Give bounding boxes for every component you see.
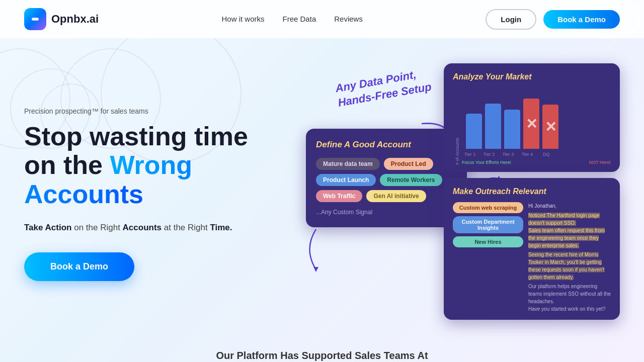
nav-links: How it works Free Data Reviews <box>222 15 363 24</box>
tag-product-launch[interactable]: Product Launch <box>316 174 376 186</box>
card-analyze-market: Analyze Your Market # of Accounts <box>444 63 620 172</box>
label-tier3: Tier 3 <box>500 152 516 157</box>
signal-dept-insights: Custom Department Insights <box>453 216 523 233</box>
label-tier2: Tier 2 <box>481 152 497 157</box>
card-outreach-title: Make Outreach Relevant <box>453 187 611 196</box>
svg-marker-5 <box>313 267 318 272</box>
hero-subtitle: Take Action on the Right Accounts at the… <box>24 221 286 234</box>
nav-reviews[interactable]: Reviews <box>334 15 363 23</box>
chart-container: # of Accounts <box>453 88 611 165</box>
bar-tier1 <box>466 114 482 149</box>
svg-point-2 <box>34 18 37 21</box>
hero-right: Any Data Point, Hands-Free Setup Define … <box>286 63 620 325</box>
bottom-text: Our Platform Has Supported Sales Teams A… <box>216 350 428 361</box>
label-tier1: Tier 1 <box>462 152 478 157</box>
email-line1: Noticed The Hartford login page doesn't … <box>528 212 611 227</box>
chart-inner: ✕ ✕ Tier 1 Tier 2 Tier 3 <box>462 88 611 165</box>
bar-tier3 <box>504 110 520 149</box>
tag-gen-ai[interactable]: Gen AI initiative <box>366 190 426 202</box>
tags-row-2: Product Launch Remote Workers <box>316 174 457 186</box>
chart-bars: ✕ ✕ <box>462 88 611 149</box>
bar-tier2 <box>485 104 501 149</box>
email-line3: Seeing the recent hire of Morris Tooker … <box>528 251 611 281</box>
outreach-signals: Custom web scraping Custom Department In… <box>453 202 523 313</box>
bottom-section: Our Platform Has Supported Sales Teams A… <box>0 340 644 362</box>
chart-captions: Focus Your Efforts Here! NOT Here! <box>462 160 611 165</box>
tag-more-label: ...Any Custom Signal <box>316 206 457 218</box>
card-define-title: Define A Good Account <box>316 140 457 150</box>
card-outreach-relevant: Make Outreach Relevant Custom web scrapi… <box>444 178 620 320</box>
signal-web-scraping: Custom web scraping <box>453 202 523 213</box>
chart-y-label: # of Accounts <box>453 88 460 165</box>
logo-icon <box>24 8 46 30</box>
signal-new-hires: New Hires <box>453 236 523 247</box>
nav-actions: Login Book a Demo <box>486 9 620 30</box>
nav-how-it-works[interactable]: How it works <box>222 15 265 23</box>
x-mark: ✕ <box>526 116 537 132</box>
annotation-text: Any Data Point, Hands-Free Setup <box>334 65 432 110</box>
login-button[interactable]: Login <box>486 9 536 30</box>
card-analyze-title: Analyze Your Market <box>453 72 611 81</box>
arrow-bottom-left <box>301 224 331 275</box>
bar-labels: Tier 1 Tier 2 Tier 3 Tier 4 DQ <box>462 152 611 157</box>
bar-tier4: ✕ <box>523 99 539 149</box>
caption-not: NOT Here! <box>589 160 611 165</box>
book-demo-hero-button[interactable]: Book a Demo <box>24 252 134 281</box>
hero-tagline: Precision prospecting™ for sales teams <box>24 107 286 115</box>
nav-free-data[interactable]: Free Data <box>283 15 316 23</box>
hero-left: Precision prospecting™ for sales teams S… <box>24 107 286 281</box>
bar-tier3-fill <box>504 110 520 149</box>
email-line4: Our platform helps engineering teams imp… <box>528 283 611 305</box>
label-tier4: Tier 4 <box>519 152 535 157</box>
bar-dq-fill: ✕ <box>542 105 558 149</box>
hero-section: Precision prospecting™ for sales teams S… <box>0 38 644 340</box>
tags-row-1: Mature data team Product Led <box>316 158 457 170</box>
tag-mature-data[interactable]: Mature data team <box>316 158 380 170</box>
email-greeting: Hi Jonathan, <box>528 202 611 210</box>
caption-focus: Focus Your Efforts Here! <box>462 160 511 165</box>
tags-row-3: Web Traffic Gen AI initiative <box>316 190 457 202</box>
label-dq: DQ <box>538 152 554 157</box>
logo[interactable]: Opnbx.ai <box>24 8 99 30</box>
tag-product-led[interactable]: Product Led <box>384 158 433 170</box>
bar-dq: ✕ <box>542 105 558 149</box>
tag-web-traffic[interactable]: Web Traffic <box>316 190 362 202</box>
tag-remote-workers[interactable]: Remote Workers <box>380 174 442 186</box>
email-line5: Have you started work on this yet? <box>528 305 611 313</box>
navbar: Opnbx.ai How it works Free Data Reviews … <box>0 0 644 38</box>
x-mark-dq: ✕ <box>545 119 556 135</box>
logo-text: Opnbx.ai <box>51 13 99 26</box>
bar-tier2-fill <box>485 104 501 149</box>
bar-tier1-fill <box>466 114 482 149</box>
book-demo-nav-button[interactable]: Book a Demo <box>543 10 620 29</box>
card-define-account: Define A Good Account Mature data team P… <box>306 129 467 227</box>
email-line2: Sales team often request this from the e… <box>528 227 611 249</box>
bar-tier4-fill: ✕ <box>523 99 539 149</box>
outreach-content: Custom web scraping Custom Department In… <box>453 202 611 313</box>
hero-subtitle-action: Take Action <box>24 223 71 232</box>
outreach-email: Hi Jonathan, Noticed The Hartford login … <box>528 202 611 313</box>
hero-title: Stop wasting time on the Wrong Accounts <box>24 122 286 209</box>
